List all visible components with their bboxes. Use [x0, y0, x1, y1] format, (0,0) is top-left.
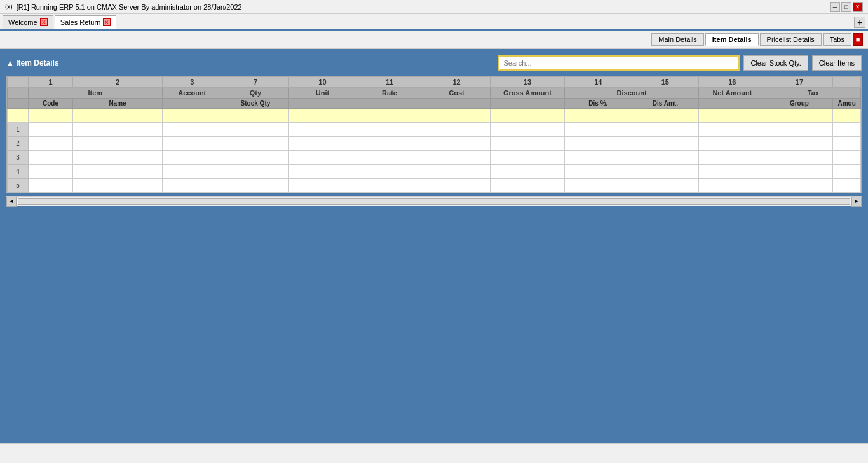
- horizontal-scrollbar[interactable]: ◄ ►: [6, 196, 862, 206]
- row-3-netamt[interactable]: [699, 151, 766, 165]
- row-4-taxamt[interactable]: [833, 165, 861, 179]
- tabs-button[interactable]: Tabs: [823, 33, 851, 46]
- row-1-taxamt[interactable]: [833, 123, 861, 137]
- row-2-account[interactable]: [162, 137, 222, 151]
- row-5-taxamt[interactable]: [833, 179, 861, 193]
- row-1-disamt[interactable]: [632, 123, 699, 137]
- row-4-dispct[interactable]: [565, 165, 632, 179]
- filter-grossamt[interactable]: [490, 109, 564, 123]
- row-2-cost[interactable]: [423, 137, 491, 151]
- row-1-stockqty[interactable]: [222, 123, 289, 137]
- filter-unit[interactable]: [289, 109, 356, 123]
- row-2-disamt[interactable]: [632, 137, 699, 151]
- row-2-dispct[interactable]: [565, 137, 632, 151]
- table-row: 4: [8, 165, 861, 179]
- row-3-taxgroup[interactable]: [766, 151, 833, 165]
- filter-netamt[interactable]: [699, 109, 766, 123]
- tab-sales-return[interactable]: Sales Return ✕: [55, 15, 117, 29]
- nav-red-button[interactable]: ■: [853, 33, 863, 46]
- tab-sales-return-close[interactable]: ✕: [103, 18, 111, 26]
- row-1-name[interactable]: [73, 123, 163, 137]
- scroll-track[interactable]: [18, 198, 850, 205]
- row-1-code[interactable]: [28, 123, 72, 137]
- scroll-right-button[interactable]: ►: [851, 197, 862, 207]
- row-1-taxgroup[interactable]: [766, 123, 833, 137]
- row-5-taxgroup[interactable]: [766, 179, 833, 193]
- minimize-button[interactable]: ─: [830, 2, 840, 12]
- row-5-dispct[interactable]: [565, 179, 632, 193]
- row-3-account[interactable]: [162, 151, 222, 165]
- row-5-cost[interactable]: [423, 179, 491, 193]
- filter-code[interactable]: [28, 109, 72, 123]
- row-1-cost[interactable]: [423, 123, 491, 137]
- row-3-cost[interactable]: [423, 151, 491, 165]
- filter-rate[interactable]: [356, 109, 423, 123]
- filter-taxamt[interactable]: [833, 109, 861, 123]
- clear-items-button[interactable]: Clear Items: [812, 55, 862, 71]
- tab-welcome-close[interactable]: ✕: [40, 18, 48, 26]
- row-3-stockqty[interactable]: [222, 151, 289, 165]
- filter-stockqty[interactable]: [222, 109, 289, 123]
- row-5-code[interactable]: [28, 179, 72, 193]
- row-4-rate[interactable]: [356, 165, 423, 179]
- row-2-taxgroup[interactable]: [766, 137, 833, 151]
- filter-dispct[interactable]: [565, 109, 632, 123]
- row-5-disamt[interactable]: [632, 179, 699, 193]
- row-1-account[interactable]: [162, 123, 222, 137]
- row-3-code[interactable]: [28, 151, 72, 165]
- item-details-button[interactable]: Item Details: [705, 33, 759, 46]
- filter-account[interactable]: [162, 109, 222, 123]
- row-5-name[interactable]: [73, 179, 163, 193]
- row-4-account[interactable]: [162, 165, 222, 179]
- row-3-unit[interactable]: [289, 151, 356, 165]
- row-1-unit[interactable]: [289, 123, 356, 137]
- row-2-netamt[interactable]: [699, 137, 766, 151]
- row-1-dispct[interactable]: [565, 123, 632, 137]
- row-2-stockqty[interactable]: [222, 137, 289, 151]
- row-3-grossamt[interactable]: [490, 151, 564, 165]
- row-4-taxgroup[interactable]: [766, 165, 833, 179]
- row-5-netamt[interactable]: [699, 179, 766, 193]
- row-5-rate[interactable]: [356, 179, 423, 193]
- row-2-taxamt[interactable]: [833, 137, 861, 151]
- row-4-code[interactable]: [28, 165, 72, 179]
- row-2-unit[interactable]: [289, 137, 356, 151]
- row-5-account[interactable]: [162, 179, 222, 193]
- row-4-stockqty[interactable]: [222, 165, 289, 179]
- filter-cost[interactable]: [423, 109, 491, 123]
- row-4-unit[interactable]: [289, 165, 356, 179]
- main-details-button[interactable]: Main Details: [651, 33, 704, 46]
- filter-name[interactable]: [73, 109, 163, 123]
- row-2-code[interactable]: [28, 137, 72, 151]
- row-2-rate[interactable]: [356, 137, 423, 151]
- row-1-netamt[interactable]: [699, 123, 766, 137]
- row-3-taxamt[interactable]: [833, 151, 861, 165]
- row-4-cost[interactable]: [423, 165, 491, 179]
- row-1-grossamt[interactable]: [490, 123, 564, 137]
- row-4-disamt[interactable]: [632, 165, 699, 179]
- tab-welcome[interactable]: Welcome ✕: [3, 15, 53, 29]
- row-4-name[interactable]: [73, 165, 163, 179]
- row-3-disamt[interactable]: [632, 151, 699, 165]
- row-4-grossamt[interactable]: [490, 165, 564, 179]
- row-4-netamt[interactable]: [699, 165, 766, 179]
- search-input[interactable]: [498, 55, 740, 71]
- row-2-name[interactable]: [73, 137, 163, 151]
- clear-stock-qty-button[interactable]: Clear Stock Qty.: [743, 55, 808, 71]
- pricelist-details-button[interactable]: Pricelist Details: [760, 33, 822, 46]
- scroll-left-button[interactable]: ◄: [6, 197, 17, 207]
- row-5-stockqty[interactable]: [222, 179, 289, 193]
- row-3-rate[interactable]: [356, 151, 423, 165]
- filter-disamt[interactable]: [632, 109, 699, 123]
- row-1-rate[interactable]: [356, 123, 423, 137]
- row-3-name[interactable]: [73, 151, 163, 165]
- filter-rownum: [8, 109, 29, 123]
- row-2-grossamt[interactable]: [490, 137, 564, 151]
- close-button[interactable]: ✕: [853, 2, 863, 12]
- row-3-dispct[interactable]: [565, 151, 632, 165]
- row-5-unit[interactable]: [289, 179, 356, 193]
- restore-button[interactable]: □: [841, 2, 851, 12]
- filter-taxgroup[interactable]: [766, 109, 833, 123]
- add-tab-button[interactable]: +: [854, 17, 865, 28]
- row-5-grossamt[interactable]: [490, 179, 564, 193]
